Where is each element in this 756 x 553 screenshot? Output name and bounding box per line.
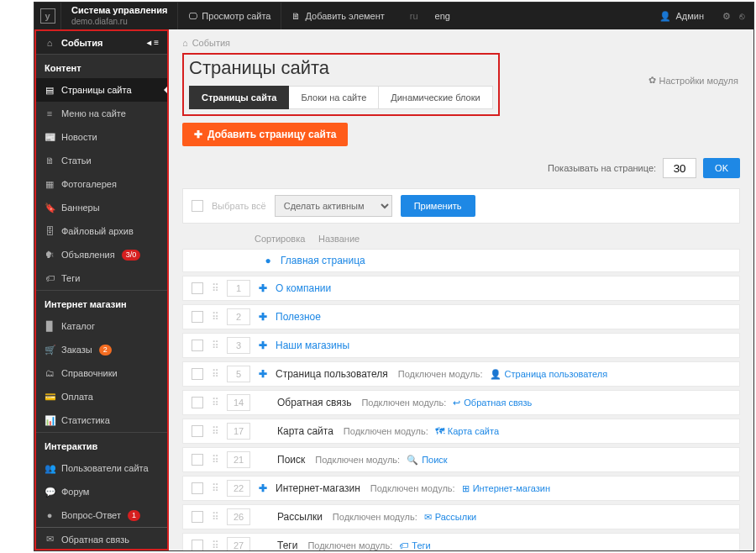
drag-handle[interactable]: ⠿: [210, 311, 220, 323]
sort-order[interactable]: 27: [227, 537, 250, 550]
row-checkbox[interactable]: [192, 482, 203, 494]
expand-icon[interactable]: ✚: [257, 311, 269, 323]
view-site-button[interactable]: 🖵Просмотр сайта: [177, 3, 281, 29]
module-link[interactable]: 🏷Теги: [399, 540, 430, 550]
collapse-icon[interactable]: ●: [262, 255, 274, 266]
sidebar-item[interactable]: ●Вопрос-Ответ1: [36, 503, 167, 527]
per-page-input[interactable]: [663, 158, 696, 178]
logo[interactable]: у: [34, 3, 61, 29]
topbar: у Система управления demo.diafan.ru 🖵Про…: [34, 3, 753, 29]
sidebar-item[interactable]: 🏷Теги: [36, 266, 167, 290]
row-title[interactable]: Обратная связь: [277, 397, 351, 408]
row-checkbox[interactable]: [192, 397, 203, 408]
breadcrumb-home-icon[interactable]: ⌂: [182, 38, 188, 48]
row-title[interactable]: Наши магазины: [276, 340, 349, 351]
row-checkbox[interactable]: [192, 368, 203, 380]
sort-order[interactable]: 26: [227, 508, 250, 525]
gear-icon[interactable]: ⚙: [722, 11, 731, 22]
module-settings-link[interactable]: ✿Настройки модуля: [648, 75, 738, 86]
drag-handle[interactable]: ⠿: [210, 368, 220, 380]
row-checkbox[interactable]: [192, 311, 203, 323]
sort-order[interactable]: 3: [227, 337, 250, 354]
lang-ru[interactable]: ru: [402, 3, 427, 29]
sort-order[interactable]: 2: [227, 308, 250, 325]
sidebar-item[interactable]: 🔖Баннеры: [36, 196, 167, 219]
sidebar-item[interactable]: 🗄Файловый архив: [36, 219, 167, 243]
tab[interactable]: Блоки на сайте: [289, 86, 379, 109]
sidebar-item[interactable]: 📊Статистика: [36, 408, 167, 432]
row-checkbox[interactable]: [192, 425, 203, 437]
sort-order[interactable]: 1: [227, 280, 250, 297]
row-checkbox[interactable]: [192, 540, 203, 550]
module-link[interactable]: 👤Страница пользователя: [490, 369, 608, 380]
row-title[interactable]: О компании: [276, 282, 331, 294]
table-row: ⠿27Теги Подключен модуль: 🏷Теги: [182, 533, 740, 550]
expand-icon[interactable]: ✚: [257, 282, 269, 294]
sidebar-item[interactable]: 🛒Заказы2: [36, 338, 167, 361]
sidebar-item[interactable]: 👥Пользователи сайта: [36, 456, 167, 480]
expand-icon[interactable]: ✚: [257, 482, 269, 494]
sidebar-item[interactable]: 🗂Справочники: [36, 361, 167, 385]
sort-order[interactable]: 14: [227, 394, 250, 411]
sidebar-item[interactable]: 🗎Статьи: [36, 149, 167, 172]
lang-en[interactable]: eng: [427, 3, 459, 29]
module-link[interactable]: ✉Рассылки: [424, 512, 476, 523]
photo-icon: ▦: [45, 179, 55, 190]
stat-icon: 📊: [45, 415, 55, 426]
apply-button[interactable]: Применить: [401, 195, 475, 217]
row-title[interactable]: Карта сайта: [277, 425, 333, 437]
sort-order[interactable]: 21: [227, 451, 250, 468]
sidebar-item[interactable]: 🗣Объявления3/0: [36, 243, 167, 266]
row-title[interactable]: Полезное: [276, 311, 321, 323]
breadcrumb-item[interactable]: События: [192, 38, 230, 48]
tab[interactable]: Динамические блоки: [379, 86, 492, 109]
row-title[interactable]: Теги: [277, 540, 297, 550]
sidebar-item[interactable]: ▤Страницы сайта: [36, 78, 167, 102]
drag-handle[interactable]: ⠿: [210, 397, 220, 408]
drag-handle[interactable]: ⠿: [210, 425, 220, 437]
row-checkbox[interactable]: [192, 454, 203, 466]
expand-icon[interactable]: ✚: [257, 340, 269, 351]
sidebar-item[interactable]: 📰Новости: [36, 125, 167, 149]
drag-handle[interactable]: ⠿: [210, 482, 220, 494]
sidebar-item[interactable]: ▉Каталог: [36, 314, 167, 338]
sidebar-item[interactable]: 💳Оплата: [36, 385, 167, 408]
module-link[interactable]: ↩Обратная связь: [453, 398, 532, 408]
row-title[interactable]: Страница пользователя: [276, 368, 388, 380]
sidebar-item[interactable]: ✉Обратная связь: [36, 527, 167, 550]
sidebar-item[interactable]: 💬Форум: [36, 480, 167, 503]
sort-order[interactable]: 5: [227, 366, 250, 382]
row-checkbox[interactable]: [192, 282, 203, 294]
tab[interactable]: Страницы сайта: [189, 86, 289, 109]
select-all-checkbox[interactable]: [192, 200, 203, 212]
row-title[interactable]: Главная страница: [281, 255, 365, 266]
row-title[interactable]: Поиск: [277, 454, 305, 466]
add-element-button[interactable]: 🗎Добавить элемент: [281, 3, 394, 29]
sidebar-events[interactable]: ⌂ События ◂ ≡: [36, 31, 167, 55]
badge: 1: [128, 510, 140, 521]
sidebar-item[interactable]: ▦Фотогалерея: [36, 172, 167, 196]
logout-icon[interactable]: ⎋: [739, 11, 745, 22]
module-link[interactable]: 🔍Поиск: [407, 455, 447, 466]
sort-order[interactable]: 17: [227, 423, 250, 440]
drag-handle[interactable]: ⠿: [210, 282, 220, 294]
module-link[interactable]: ⊞Интернет-магазин: [462, 483, 550, 494]
row-title[interactable]: Рассылки: [277, 511, 323, 523]
sidebar-item[interactable]: ≡Меню на сайте: [36, 102, 167, 125]
admin-menu[interactable]: 👤Админ: [649, 3, 714, 29]
row-checkbox[interactable]: [192, 511, 203, 523]
sidebar-item-label: Фотогалерея: [61, 179, 117, 189]
drag-handle[interactable]: ⠿: [210, 540, 220, 550]
module-link[interactable]: 🗺Карта сайта: [435, 426, 499, 436]
row-title[interactable]: Интернет-магазин: [276, 482, 360, 494]
drag-handle[interactable]: ⠿: [210, 340, 220, 351]
per-page-ok-button[interactable]: OK: [703, 158, 740, 178]
sort-order[interactable]: 22: [227, 480, 250, 497]
drag-handle[interactable]: ⠿: [210, 454, 220, 466]
row-checkbox[interactable]: [192, 340, 203, 351]
bulk-action-select[interactable]: Сделать активным: [275, 195, 392, 217]
expand-icon[interactable]: ✚: [257, 368, 269, 380]
drag-handle[interactable]: ⠿: [210, 511, 220, 523]
col-sort: Сортировка: [255, 234, 302, 244]
add-page-button[interactable]: ✚Добавить страницу сайта: [182, 123, 348, 146]
